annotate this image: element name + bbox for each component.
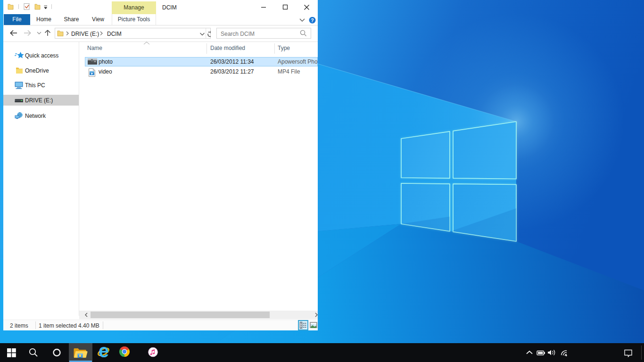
svg-text:e: e [99,343,109,361]
svg-text:?: ? [311,17,314,23]
